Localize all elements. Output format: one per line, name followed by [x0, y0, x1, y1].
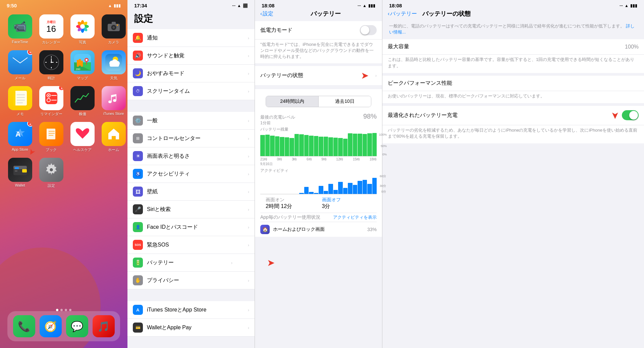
- app-weather[interactable]: 天気: [101, 50, 126, 81]
- app-usage-row: 🏠 ホームおよびロック画面 33%: [260, 222, 377, 237]
- settings-time: 17:34: [134, 3, 147, 8]
- app-settings[interactable]: ➤ 設定: [39, 158, 64, 188]
- status-bar-bstatus: 18:08 ··· ▲ ▮▮▮: [382, 0, 644, 10]
- tab-24h[interactable]: 24時間以内: [266, 96, 319, 107]
- app-grid: 📹 FaceTime 月曜日 16 カレンダー: [0, 11, 127, 192]
- battery-status-panel: 18:08 ··· ▲ ▮▮▮ ‹ バッテリー バッテリーの状態 一般的に、電話…: [382, 0, 644, 348]
- svg-point-50: [48, 95, 49, 96]
- activity-bar-chart: 60分 30分 0分: [260, 174, 377, 194]
- settings-list-2: ⚙️ 一般 › ⊞ コントロールセンター › ☀ 画面表示と明るさ › ♿ アク…: [127, 112, 255, 289]
- charge-value: 98%: [363, 113, 377, 120]
- settings-item-wallet[interactable]: 💳 WalletとApple Pay ›: [127, 319, 255, 337]
- status-icons-battery: ··· ▲ ▮▮▮: [358, 3, 375, 8]
- svg-rect-64: [15, 170, 17, 171]
- app-usage-icon: 🏠: [260, 225, 270, 234]
- dock-safari[interactable]: 🧭: [40, 315, 62, 337]
- screen-on-value: 2時間 12分: [266, 203, 315, 210]
- back-chevron-icon: ‹: [260, 11, 262, 17]
- app-photos[interactable]: 写真: [70, 14, 95, 45]
- app-usage-name: ホームおよびロック画面: [273, 226, 364, 232]
- signal-icon: ···: [232, 3, 235, 8]
- app-books[interactable]: ブック: [39, 122, 64, 152]
- app-reminders[interactable]: 1 リマインダー: [39, 86, 64, 117]
- bstatus-nav-back[interactable]: ‹ バッテリー: [388, 10, 417, 17]
- battery-nav-back[interactable]: ‹ 設定: [260, 10, 273, 17]
- status-bar-settings: 17:34 ··· ▲ ⬛: [127, 0, 255, 10]
- app-home[interactable]: ホーム: [101, 122, 126, 152]
- charge-time: 1分前: [260, 120, 363, 126]
- battery-icon-settings: ⬛: [243, 3, 248, 8]
- settings-item-display[interactable]: ☀ 画面表示と明るさ ›: [127, 147, 255, 165]
- bstatus-intro: 一般的に、電話のバッテリーはすべての充電式バッテリーと同様に消耗品で経年劣化が進…: [382, 21, 644, 39]
- app-stocks[interactable]: 株価: [70, 86, 95, 117]
- screen-time-row: 画面オン 2時間 12分 画面オフ 3分: [260, 194, 377, 213]
- app-calendar[interactable]: 月曜日 16 カレンダー: [39, 14, 64, 45]
- app-health[interactable]: ヘルスケア: [70, 122, 95, 152]
- see-activity-button[interactable]: アクティビティを表示: [333, 214, 377, 220]
- dock-messages[interactable]: 💬: [66, 315, 88, 337]
- low-power-toggle[interactable]: [360, 25, 377, 35]
- low-power-section: 低電力モード "低電力モード"では、iPhoneを完全に充電できるまでダウンロー…: [255, 21, 382, 63]
- svg-rect-30: [81, 61, 83, 67]
- battery-tabs: 24時間以内 過去10日: [266, 96, 371, 107]
- app-maps[interactable]: 280 マップ: [70, 50, 95, 81]
- settings-item-controlcenter[interactable]: ⊞ コントロールセンター ›: [127, 130, 255, 147]
- status-bar-home: 9:50 ▲ ▮▮▮: [0, 0, 127, 10]
- optimized-label: 最適化されたバッテリー充電: [388, 112, 611, 119]
- app-itunes[interactable]: iTunes Store: [101, 86, 126, 117]
- tab-10d[interactable]: 過去10日: [319, 96, 371, 107]
- bstatus-time: 18:08: [389, 3, 402, 8]
- peak-row: ピークパフォーマンス性能: [382, 76, 644, 91]
- settings-item-battery[interactable]: 🔋 バッテリー ➤ ›: [127, 254, 255, 272]
- optimized-toggle[interactable]: [622, 110, 639, 120]
- app-clock[interactable]: 時計: [39, 50, 64, 81]
- svg-point-14: [117, 24, 118, 26]
- settings-item-sound[interactable]: 🔊 サウンドと触覚 ›: [127, 47, 255, 65]
- battery-status-row[interactable]: バッテリーの状態 ➤ ›: [255, 66, 382, 85]
- svg-rect-63: [15, 167, 19, 169]
- peak-section: ピークパフォーマンス性能 お使いのバッテリーは、現在、標準のピークパフォーマンス…: [382, 76, 644, 103]
- low-power-description: "低電力モード"では、iPhoneを完全に充電できるまでダウンロードやメール受信…: [255, 40, 382, 63]
- settings-item-screentime[interactable]: ⏱ スクリーンタイム ›: [127, 82, 255, 100]
- svg-text:A: A: [15, 130, 21, 138]
- page-dots: [56, 309, 71, 311]
- settings-item-accessibility[interactable]: ♿ アクセシビリティ ›: [127, 165, 255, 183]
- settings-item-faceid[interactable]: 👤 Face IDとパスコード ›: [127, 218, 255, 236]
- wifi-icon: ▲: [108, 3, 112, 8]
- settings-item-sos[interactable]: SOS 緊急SOS ›: [127, 236, 255, 254]
- battery-panel: 18:08 ··· ▲ ▮▮▮ ‹ 設定 バッテリー 低電力モード "低電力モー…: [255, 0, 382, 348]
- charge-info: 最後の充電レベル 1分前 98%: [260, 111, 377, 127]
- settings-item-privacy[interactable]: ✋ プライバシー ›: [127, 272, 255, 289]
- home-time: 9:50: [7, 3, 17, 8]
- settings-item-notifications[interactable]: 🔔 通知 ›: [127, 29, 255, 47]
- app-camera[interactable]: カメラ: [101, 14, 126, 45]
- battery-tab-section: 24時間以内 過去10日 最後の充電レベル 1分前 98% バッテリー残量 10…: [255, 89, 382, 237]
- settings-title: 設定: [127, 10, 255, 29]
- settings-item-itunes-appstore[interactable]: A iTunes StoreとApp Store ›: [127, 301, 255, 319]
- app-notes[interactable]: メモ: [7, 86, 33, 117]
- svg-rect-28: [77, 60, 79, 67]
- svg-text:280: 280: [76, 68, 80, 71]
- bstatus-back-chevron-icon: ‹: [388, 11, 389, 17]
- app-usage-header: App毎のバッテリー使用状況 アクティビティを表示: [260, 213, 377, 222]
- signal-icon-bstatus: ···: [620, 3, 623, 8]
- dock: 📞 🧭 💬 🎵: [7, 311, 120, 341]
- dock-music[interactable]: 🎵: [93, 315, 115, 337]
- battery-nav: ‹ 設定 バッテリー: [255, 10, 382, 21]
- svg-rect-29: [79, 59, 81, 66]
- dock-phone[interactable]: 📞: [13, 315, 35, 337]
- status-icons-settings: ··· ▲ ⬛: [232, 3, 248, 8]
- battery-status-label: バッテリーの状態: [260, 72, 357, 79]
- battery-bar-chart: 100% 50% 0%: [260, 133, 377, 156]
- settings-item-donotdisturb[interactable]: 🌙 おやすみモード ›: [127, 65, 255, 82]
- settings-item-siri[interactable]: 🎤 Siriと検索 ›: [127, 201, 255, 218]
- svg-rect-41: [15, 91, 27, 106]
- app-facetime[interactable]: 📹 FaceTime: [7, 14, 33, 45]
- battery-arrow-icon: ➤: [361, 70, 369, 81]
- optimized-desc: バッテリーの劣化を軽減するため、あなたが毎日どのようにiPhoneの充電をしてい…: [382, 125, 644, 143]
- settings-item-general[interactable]: ⚙️ 一般 ›: [127, 112, 255, 130]
- svg-rect-54: [47, 129, 55, 139]
- app-mail[interactable]: 4 メール: [7, 50, 33, 81]
- app-wallet[interactable]: Wallet: [7, 158, 33, 188]
- settings-item-wallpaper[interactable]: 🖼 壁紙 ›: [127, 183, 255, 201]
